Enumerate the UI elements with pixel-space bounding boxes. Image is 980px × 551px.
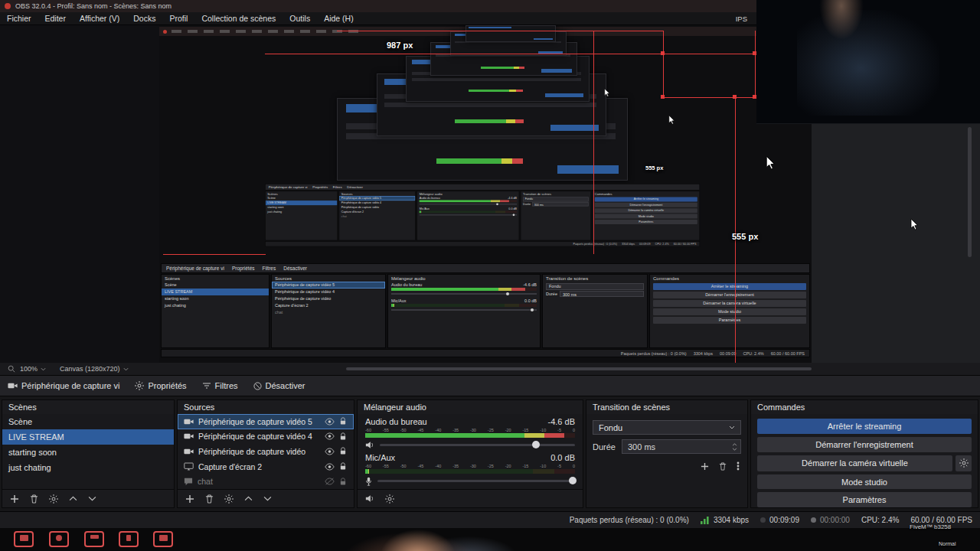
remove-source-button[interactable] [205,494,214,504]
volume-slider-handle[interactable] [532,441,540,448]
settings-button[interactable]: Paramètres [757,492,972,507]
lock-icon[interactable] [339,417,347,425]
captured-obs-logo-icon [163,30,167,34]
mouse-cursor [766,155,776,173]
mixer-panel-title: Mélangeur audio [358,400,583,414]
mixer-scale: -60-55-50-45-40-35-30-25-20-15-10-50 [358,426,583,432]
menu-file[interactable]: Fichier [0,12,38,24]
scene-item[interactable]: just chating [2,460,174,475]
webcam-feed[interactable] [756,0,980,124]
filter-icon [202,382,211,390]
overlay-icon [49,531,69,547]
mixer-unmute-button[interactable] [365,494,374,503]
stream-status-icon [760,517,766,523]
menu-tools[interactable]: Outils [283,12,317,24]
preview-vertical-scrollbar[interactable] [968,127,972,257]
height-measurement-label: 555 px [732,232,758,241]
move-source-down-button[interactable] [263,496,272,501]
lock-icon[interactable] [339,478,347,486]
source-item[interactable]: Capture d'écran 2 [178,459,354,474]
dock-area: Scènes Scène LIVE STREAM starting soon j… [0,396,980,511]
remove-scene-button[interactable] [30,494,38,504]
lock-icon[interactable] [339,447,347,455]
eye-icon[interactable] [325,463,335,471]
transition-select[interactable]: Fondu [593,420,741,435]
scene-filters-button[interactable] [49,494,58,504]
lock-icon[interactable] [339,462,347,471]
add-source-button[interactable] [185,494,194,504]
start-recording-button[interactable]: Démarrer l'enregistrement [757,437,972,452]
transition-properties-button[interactable] [737,461,740,471]
chevron-down-icon[interactable] [732,448,737,451]
scene-item-active[interactable]: LIVE STREAM [2,429,174,445]
source-item-selected[interactable]: Périphérique de capture vidéo 5 [178,414,354,429]
menu-view[interactable]: Afficher (V) [73,12,126,24]
add-transition-button[interactable] [701,461,709,471]
camera-icon [184,418,194,425]
title-bar[interactable]: OBS 32.0.4 - Profil: Sans nom - Scènes: … [0,0,758,12]
duration-spin-arrows[interactable] [732,443,737,451]
mixer-scale: -60-55-50-45-40-35-30-25-20-15-10-50 [358,462,583,468]
mixer-channel-name: Audio du bureau [365,417,427,426]
start-virtual-camera-button[interactable]: Démarrer la caméra virtuelle [757,455,952,471]
source-properties-button[interactable] [224,494,234,504]
captured-desktop-area [812,124,980,363]
add-scene-button[interactable] [10,494,19,504]
studio-mode-button[interactable]: Mode studio [757,474,972,490]
captured-properties-button: Propriétés [232,266,255,271]
volume-slider-handle[interactable] [569,477,577,484]
source-context-toolbar: Périphérique de capture vi Propriétés Fi… [0,375,980,396]
eye-off-icon[interactable] [325,478,335,485]
captured-source-name: Périphérique de capture vi [166,266,224,271]
scene-item[interactable]: Scène [2,414,174,429]
resize-handle[interactable] [661,95,665,99]
scene-item[interactable]: starting soon [2,445,174,460]
scenes-panel-title: Scènes [2,400,174,414]
move-source-up-button[interactable] [244,496,253,501]
menu-help[interactable]: Aide (H) [317,12,361,24]
stop-streaming-button[interactable]: Arrêter le streaming [757,419,972,434]
remove-transition-button[interactable] [719,461,727,471]
source-item[interactable]: Périphérique de capture vidéo [178,444,354,459]
resize-handle[interactable] [661,51,665,55]
selection-guide-top [337,31,663,31]
captured-mixer-panel: Mélangeur audio Audio du bureau-4.6 dB M… [387,274,541,348]
volume-slider-mic[interactable] [377,480,575,482]
overlay-icon [153,531,173,547]
disable-source-button[interactable]: Désactiver [253,381,305,390]
eye-icon[interactable] [325,448,335,455]
chevron-up-icon[interactable] [732,443,737,446]
mic-icon[interactable] [365,477,372,486]
eye-icon[interactable] [325,432,335,440]
menu-docks[interactable]: Docks [126,12,162,24]
source-item[interactable]: Périphérique de capture vidéo 4 [178,429,354,445]
zoom-level-select[interactable]: 100% [20,365,46,373]
lock-icon[interactable] [339,432,347,441]
preview-horizontal-scrollbar[interactable] [346,367,812,370]
selection-right-edge [755,31,756,98]
signal-bars-icon [701,517,710,524]
resize-handle[interactable] [733,95,737,99]
virtual-camera-config-button[interactable] [956,455,972,471]
disable-icon [253,382,262,390]
camera-icon [184,432,194,440]
move-scene-up-button[interactable] [69,496,77,501]
menu-profile[interactable]: Profil [162,12,194,24]
menu-scene-collection[interactable]: Collection de scènes [194,12,283,24]
duration-spinbox[interactable]: 300 ms [622,439,741,454]
advanced-audio-button[interactable] [385,494,394,504]
move-scene-down-button[interactable] [88,496,96,501]
captured-disable-button: Désactiver [283,266,307,271]
menu-edit[interactable]: Editer [38,12,73,24]
camera-icon [184,448,194,455]
properties-button[interactable]: Propriétés [135,381,186,390]
selection-left-edge [663,31,664,98]
mouse-cursor [604,86,610,100]
filters-button[interactable]: Filtres [202,381,238,390]
volume-slider-desktop[interactable] [380,444,575,446]
display-icon [184,462,194,471]
canvas-size-select[interactable]: Canvas (980x551) [60,365,129,373]
eye-icon[interactable] [325,418,335,425]
speaker-icon[interactable] [365,441,374,449]
source-item-hidden[interactable]: chat [178,474,354,489]
